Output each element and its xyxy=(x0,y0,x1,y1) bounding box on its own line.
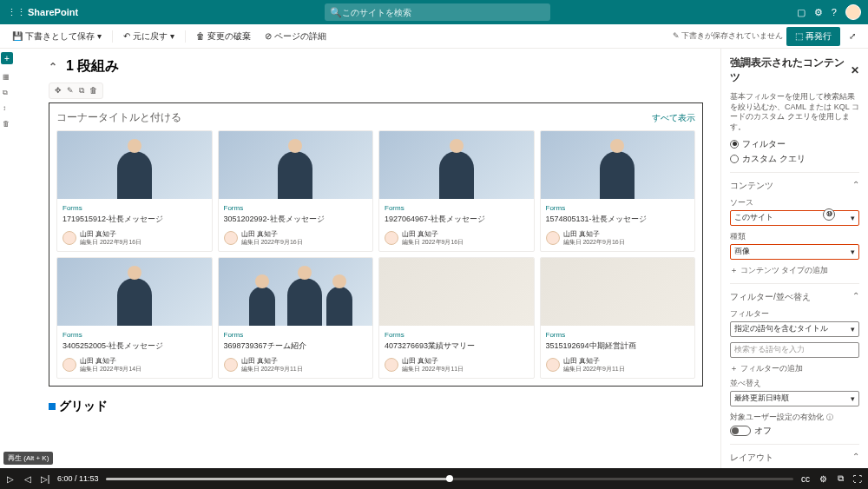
card-title: 3405252005-社長メッセージ xyxy=(62,340,207,352)
duplicate-icon[interactable]: ⧉ xyxy=(79,86,84,96)
filter-select[interactable]: 指定の語句を含むタイトル▾ xyxy=(730,321,859,337)
edited-date: 編集日 2022年9月16日 xyxy=(80,239,141,246)
chevron-up-icon[interactable]: ⌃ xyxy=(852,180,859,192)
card-title: 3698739367チーム紹介 xyxy=(224,340,368,352)
app-brand: SharePoint xyxy=(28,7,78,17)
author-avatar xyxy=(385,358,398,372)
add-content-type-link[interactable]: ＋ コンテンツ タイプの追加 xyxy=(730,265,859,276)
save-status: ✎ 下書きが保存されていません xyxy=(673,30,784,42)
section-icon[interactable]: ▦ xyxy=(3,73,11,82)
highlighted-content-webpart[interactable]: コーナータイトルと付ける すべて表示 Forms1719515912-社長メッセ… xyxy=(49,102,703,387)
card-source: Forms xyxy=(62,331,207,339)
megaphone-icon[interactable]: ▢ xyxy=(797,7,806,18)
content-card[interactable]: Forms1927064967-社長メッセージ山田 真知子編集日 2022年9月… xyxy=(378,130,535,252)
content-card[interactable]: Forms4073276693業績サマリー山田 真知子編集日 2022年9月11… xyxy=(378,257,535,379)
author-avatar xyxy=(62,358,76,372)
webpart-title-input[interactable]: コーナータイトルと付ける xyxy=(56,110,181,125)
card-title: 3515192694中期経営計画 xyxy=(546,340,690,352)
help-icon[interactable]: ? xyxy=(832,7,837,17)
callout-badge-10: ⑩ xyxy=(823,208,835,221)
chevron-up-icon[interactable]: ⌃ xyxy=(852,452,859,464)
author-name: 山田 真知子 xyxy=(563,357,625,366)
grid-heading: グリッド xyxy=(49,399,703,414)
cc-icon[interactable]: cc xyxy=(800,474,811,484)
play-icon[interactable]: ▷ xyxy=(5,474,16,484)
info-icon[interactable]: ⓘ xyxy=(826,413,833,422)
expand-icon[interactable]: ⤢ xyxy=(844,29,861,43)
chevron-up-icon[interactable]: ⌃ xyxy=(852,291,859,303)
move-icon[interactable]: ✥ xyxy=(55,86,62,96)
edited-date: 編集日 2022年9月16日 xyxy=(563,239,625,246)
search-input[interactable] xyxy=(342,8,545,17)
search-icon: 🔍 xyxy=(330,7,342,18)
edit-icon[interactable]: ✎ xyxy=(67,86,74,96)
see-all-link[interactable]: すべて表示 xyxy=(652,112,695,124)
edited-date: 編集日 2022年9月11日 xyxy=(241,366,303,373)
card-source: Forms xyxy=(224,331,368,339)
publish-button[interactable]: ⬚ 再発行 xyxy=(786,27,840,46)
content-card[interactable]: Forms1719515912-社長メッセージ山田 真知子編集日 2022年9月… xyxy=(56,130,213,252)
author-name: 山田 真知子 xyxy=(402,230,464,239)
content-card[interactable]: Forms3698739367チーム紹介山田 真知子編集日 2022年9月11日 xyxy=(218,257,374,379)
search-box[interactable]: 🔍 xyxy=(325,3,550,21)
collapse-icon[interactable]: ⌃ xyxy=(49,61,57,73)
suite-bar: ⋮⋮⋮ SharePoint 🔍 ▢ ⚙ ? xyxy=(0,0,868,24)
card-thumbnail xyxy=(379,258,534,326)
radio-custom-query[interactable]: カスタム クエリ xyxy=(730,153,859,165)
card-thumbnail xyxy=(541,131,695,199)
audience-toggle[interactable] xyxy=(730,426,751,436)
card-title: 1719515912-社長メッセージ xyxy=(62,214,207,225)
settings-icon[interactable]: ⚙ xyxy=(818,474,828,484)
card-title: 4073276693業績サマリー xyxy=(385,340,529,352)
close-pane-icon[interactable]: ✕ xyxy=(851,64,859,76)
settings-icon[interactable]: ⚙ xyxy=(814,7,823,18)
filter-input[interactable]: 検索する語句を入力 xyxy=(730,342,859,358)
card-thumbnail xyxy=(219,131,373,199)
add-filter-link[interactable]: ＋ フィルターの追加 xyxy=(730,363,859,374)
card-source: Forms xyxy=(62,204,207,212)
progress-bar[interactable] xyxy=(106,478,793,480)
card-title: 1574805131-社長メッセージ xyxy=(546,214,690,225)
video-controls: ▷ ◁ ▷| 6:00 / 11:53 cc ⚙ ⧉ ⛶ xyxy=(0,468,868,489)
page-details-button[interactable]: ⊘ページの詳細 xyxy=(260,28,332,45)
delete-wp-icon[interactable]: 🗑 xyxy=(89,86,97,96)
property-pane: 強調表示されたコンテンツ ✕ 基本フィルターを使用して検索結果を絞り込むか、CA… xyxy=(720,49,868,468)
pip-icon[interactable]: ⧉ xyxy=(835,473,845,484)
add-section-button[interactable]: + xyxy=(1,52,13,64)
discard-button[interactable]: 🗑変更の破棄 xyxy=(191,28,256,45)
sort-select[interactable]: 最終更新日時順▾ xyxy=(730,391,859,406)
content-card[interactable]: Forms3515192694中期経営計画山田 真知子編集日 2022年9月11… xyxy=(540,257,696,379)
replay-tooltip: 再生 (Alt + K) xyxy=(3,452,53,465)
type-select[interactable]: 画像▾ xyxy=(730,244,859,260)
next-icon[interactable]: ▷| xyxy=(40,474,50,484)
author-avatar xyxy=(546,231,560,245)
video-time: 6:00 / 11:53 xyxy=(57,474,99,483)
card-thumbnail xyxy=(57,258,212,326)
card-source: Forms xyxy=(546,204,690,212)
edited-date: 編集日 2022年9月14日 xyxy=(80,366,141,373)
fullscreen-icon[interactable]: ⛶ xyxy=(852,474,863,484)
prev-icon[interactable]: ◁ xyxy=(23,474,33,484)
command-bar: 💾下書きとして保存▾ ↶元に戻す▾ 🗑変更の破棄 ⊘ページの詳細 ✎ 下書きが保… xyxy=(0,24,868,49)
source-select[interactable]: このサイト▾ xyxy=(730,210,859,226)
undo-button[interactable]: ↶元に戻す▾ xyxy=(118,28,180,45)
content-card[interactable]: Forms3051202992-社長メッセージ山田 真知子編集日 2022年9月… xyxy=(218,130,374,252)
save-draft-button[interactable]: 💾下書きとして保存▾ xyxy=(7,28,107,45)
card-thumbnail xyxy=(379,131,534,199)
content-card[interactable]: Forms1574805131-社長メッセージ山田 真知子編集日 2022年9月… xyxy=(540,130,696,252)
author-avatar xyxy=(62,231,76,245)
move-icon[interactable]: ↕ xyxy=(3,104,11,113)
content-card[interactable]: Forms3405252005-社長メッセージ山田 真知子編集日 2022年9月… xyxy=(56,257,213,379)
copy-icon[interactable]: ⧉ xyxy=(3,89,11,97)
user-avatar[interactable] xyxy=(845,4,861,20)
card-thumbnail xyxy=(541,258,695,326)
author-name: 山田 真知子 xyxy=(402,357,464,366)
author-name: 山田 真知子 xyxy=(80,230,141,239)
page-canvas: ⌃ 1 段組み ✥ ✎ ⧉ 🗑 コーナータイトルと付ける すべて表示 Forms… xyxy=(14,49,720,468)
delete-icon[interactable]: 🗑 xyxy=(3,120,11,129)
edited-date: 編集日 2022年9月11日 xyxy=(402,366,464,373)
radio-filter[interactable]: フィルター xyxy=(730,138,859,150)
waffle-icon[interactable]: ⋮⋮⋮ xyxy=(7,7,24,18)
section-title: 1 段組み xyxy=(66,57,119,76)
edited-date: 編集日 2022年9月11日 xyxy=(563,366,625,373)
